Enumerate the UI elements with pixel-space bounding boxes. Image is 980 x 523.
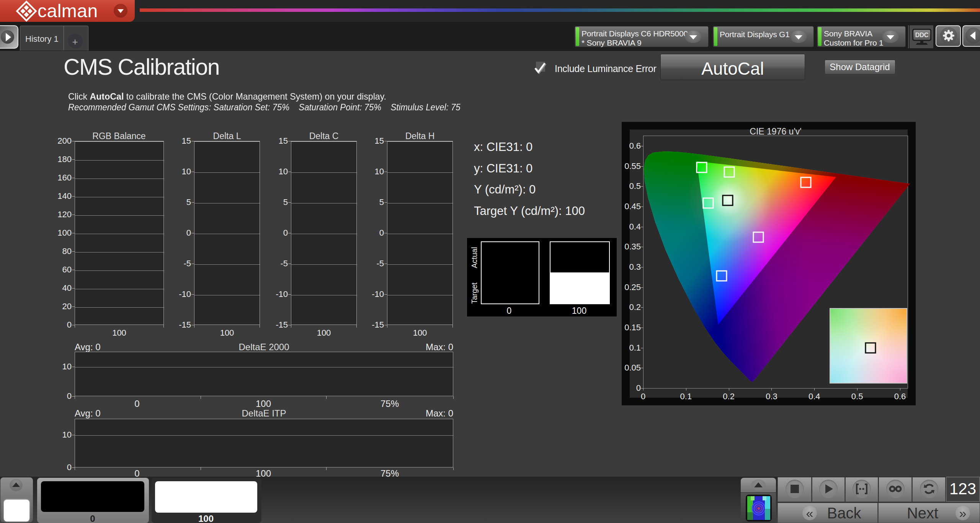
svg-text:DDC: DDC — [915, 32, 929, 38]
